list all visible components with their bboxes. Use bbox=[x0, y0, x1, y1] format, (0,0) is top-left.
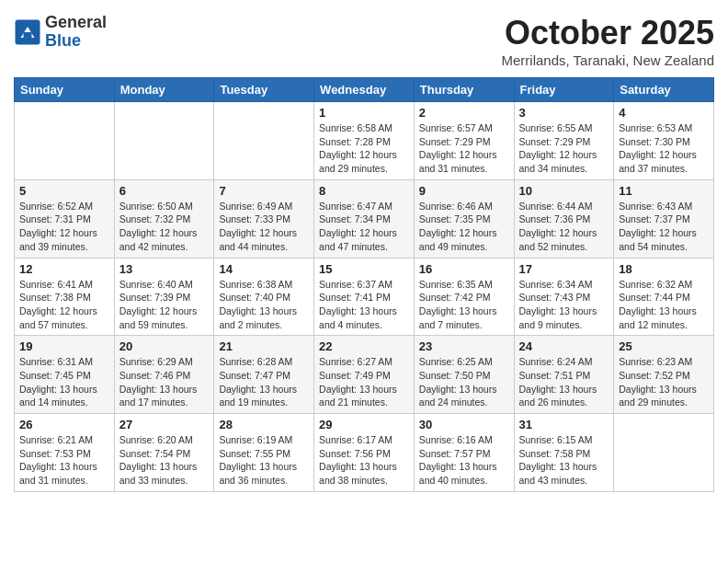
day-info: Sunrise: 6:49 AMSunset: 7:33 PMDaylight:… bbox=[219, 200, 309, 254]
calendar-week-row: 19Sunrise: 6:31 AMSunset: 7:45 PMDayligh… bbox=[15, 336, 714, 414]
day-info: Sunrise: 6:40 AMSunset: 7:39 PMDaylight:… bbox=[119, 278, 210, 332]
day-number: 9 bbox=[419, 184, 509, 198]
day-info: Sunrise: 6:32 AMSunset: 7:44 PMDaylight:… bbox=[619, 278, 709, 332]
day-info: Sunrise: 6:15 AMSunset: 7:58 PMDaylight:… bbox=[519, 433, 609, 488]
calendar-cell: 20Sunrise: 6:29 AMSunset: 7:46 PMDayligh… bbox=[114, 336, 214, 414]
calendar-cell: 8Sunrise: 6:47 AMSunset: 7:34 PMDaylight… bbox=[314, 179, 415, 258]
logo-general: General bbox=[45, 14, 107, 32]
calendar-cell: 1Sunrise: 6:58 AMSunset: 7:28 PMDaylight… bbox=[314, 102, 415, 180]
day-info: Sunrise: 6:20 AMSunset: 7:54 PMDaylight:… bbox=[119, 433, 210, 488]
calendar-cell: 26Sunrise: 6:21 AMSunset: 7:53 PMDayligh… bbox=[15, 414, 115, 492]
day-info: Sunrise: 6:55 AMSunset: 7:29 PMDaylight:… bbox=[519, 121, 609, 176]
day-info: Sunrise: 6:46 AMSunset: 7:35 PMDaylight:… bbox=[419, 200, 509, 254]
calendar-cell: 18Sunrise: 6:32 AMSunset: 7:44 PMDayligh… bbox=[614, 258, 714, 336]
calendar-cell: 12Sunrise: 6:41 AMSunset: 7:38 PMDayligh… bbox=[15, 258, 115, 336]
calendar-cell: 25Sunrise: 6:23 AMSunset: 7:52 PMDayligh… bbox=[614, 336, 714, 414]
header-sunday: Sunday bbox=[15, 78, 115, 102]
logo-icon bbox=[14, 18, 41, 46]
day-info: Sunrise: 6:41 AMSunset: 7:38 PMDaylight:… bbox=[19, 278, 109, 332]
calendar-cell: 5Sunrise: 6:52 AMSunset: 7:31 PMDaylight… bbox=[15, 179, 115, 258]
calendar-cell: 24Sunrise: 6:24 AMSunset: 7:51 PMDayligh… bbox=[514, 336, 614, 414]
day-info: Sunrise: 6:50 AMSunset: 7:32 PMDaylight:… bbox=[119, 200, 210, 254]
calendar-week-row: 12Sunrise: 6:41 AMSunset: 7:38 PMDayligh… bbox=[15, 258, 714, 336]
header-wednesday: Wednesday bbox=[314, 78, 415, 102]
title-block: October 2025 Merrilands, Taranaki, New Z… bbox=[502, 14, 715, 68]
day-number: 18 bbox=[619, 262, 709, 276]
calendar-cell bbox=[614, 414, 714, 492]
day-number: 20 bbox=[119, 339, 210, 353]
calendar-cell: 15Sunrise: 6:37 AMSunset: 7:41 PMDayligh… bbox=[314, 258, 415, 336]
calendar-cell: 10Sunrise: 6:44 AMSunset: 7:36 PMDayligh… bbox=[514, 179, 614, 258]
day-number: 21 bbox=[219, 339, 309, 353]
month-title: October 2025 bbox=[502, 14, 715, 52]
calendar-cell: 7Sunrise: 6:49 AMSunset: 7:33 PMDaylight… bbox=[214, 179, 314, 258]
calendar-table: SundayMondayTuesdayWednesdayThursdayFrid… bbox=[14, 77, 714, 492]
calendar-header-row: SundayMondayTuesdayWednesdayThursdayFrid… bbox=[15, 78, 714, 102]
day-number: 27 bbox=[119, 418, 210, 431]
day-info: Sunrise: 6:28 AMSunset: 7:47 PMDaylight:… bbox=[219, 355, 309, 409]
header-saturday: Saturday bbox=[614, 78, 714, 102]
page-header: General Blue October 2025 Merrilands, Ta… bbox=[14, 14, 714, 68]
day-info: Sunrise: 6:53 AMSunset: 7:30 PMDaylight:… bbox=[619, 121, 709, 176]
calendar-cell: 6Sunrise: 6:50 AMSunset: 7:32 PMDaylight… bbox=[114, 179, 214, 258]
day-info: Sunrise: 6:38 AMSunset: 7:40 PMDaylight:… bbox=[219, 278, 309, 332]
day-info: Sunrise: 6:25 AMSunset: 7:50 PMDaylight:… bbox=[419, 355, 509, 409]
day-number: 14 bbox=[219, 262, 309, 276]
day-info: Sunrise: 6:27 AMSunset: 7:49 PMDaylight:… bbox=[319, 355, 409, 409]
day-number: 24 bbox=[519, 339, 609, 353]
day-number: 25 bbox=[619, 339, 709, 353]
day-info: Sunrise: 6:57 AMSunset: 7:29 PMDaylight:… bbox=[419, 121, 509, 176]
day-info: Sunrise: 6:24 AMSunset: 7:51 PMDaylight:… bbox=[519, 355, 609, 409]
calendar-cell: 13Sunrise: 6:40 AMSunset: 7:39 PMDayligh… bbox=[114, 258, 214, 336]
calendar-cell: 14Sunrise: 6:38 AMSunset: 7:40 PMDayligh… bbox=[214, 258, 314, 336]
day-info: Sunrise: 6:43 AMSunset: 7:37 PMDaylight:… bbox=[619, 200, 709, 254]
day-info: Sunrise: 6:29 AMSunset: 7:46 PMDaylight:… bbox=[119, 355, 210, 409]
calendar-cell: 9Sunrise: 6:46 AMSunset: 7:35 PMDaylight… bbox=[414, 179, 514, 258]
header-thursday: Thursday bbox=[414, 78, 514, 102]
svg-rect-2 bbox=[24, 32, 32, 38]
day-info: Sunrise: 6:47 AMSunset: 7:34 PMDaylight:… bbox=[319, 200, 409, 254]
day-number: 15 bbox=[319, 262, 409, 276]
header-monday: Monday bbox=[114, 78, 214, 102]
day-number: 16 bbox=[419, 262, 509, 276]
calendar-cell: 17Sunrise: 6:34 AMSunset: 7:43 PMDayligh… bbox=[514, 258, 614, 336]
day-info: Sunrise: 6:44 AMSunset: 7:36 PMDaylight:… bbox=[519, 200, 609, 254]
header-friday: Friday bbox=[514, 78, 614, 102]
day-number: 12 bbox=[19, 262, 109, 276]
location: Merrilands, Taranaki, New Zealand bbox=[502, 52, 715, 68]
day-info: Sunrise: 6:31 AMSunset: 7:45 PMDaylight:… bbox=[19, 355, 109, 409]
day-number: 6 bbox=[119, 184, 210, 198]
calendar-cell: 19Sunrise: 6:31 AMSunset: 7:45 PMDayligh… bbox=[15, 336, 115, 414]
calendar-cell: 3Sunrise: 6:55 AMSunset: 7:29 PMDaylight… bbox=[514, 102, 614, 180]
day-info: Sunrise: 6:23 AMSunset: 7:52 PMDaylight:… bbox=[619, 355, 709, 409]
logo: General Blue bbox=[14, 14, 107, 51]
day-info: Sunrise: 6:34 AMSunset: 7:43 PMDaylight:… bbox=[519, 278, 609, 332]
day-info: Sunrise: 6:37 AMSunset: 7:41 PMDaylight:… bbox=[319, 278, 409, 332]
day-number: 10 bbox=[519, 184, 609, 198]
header-tuesday: Tuesday bbox=[214, 78, 314, 102]
logo-text: General Blue bbox=[45, 14, 107, 51]
day-info: Sunrise: 6:21 AMSunset: 7:53 PMDaylight:… bbox=[19, 433, 109, 488]
calendar-cell: 11Sunrise: 6:43 AMSunset: 7:37 PMDayligh… bbox=[614, 179, 714, 258]
day-number: 19 bbox=[19, 339, 109, 353]
calendar-cell: 23Sunrise: 6:25 AMSunset: 7:50 PMDayligh… bbox=[414, 336, 514, 414]
day-number: 30 bbox=[419, 418, 509, 431]
calendar-cell: 2Sunrise: 6:57 AMSunset: 7:29 PMDaylight… bbox=[414, 102, 514, 180]
day-number: 17 bbox=[519, 262, 609, 276]
calendar-cell bbox=[214, 102, 314, 180]
day-number: 5 bbox=[19, 184, 109, 198]
day-number: 29 bbox=[319, 418, 409, 431]
day-number: 7 bbox=[219, 184, 309, 198]
calendar-cell: 22Sunrise: 6:27 AMSunset: 7:49 PMDayligh… bbox=[314, 336, 415, 414]
day-number: 11 bbox=[619, 184, 709, 198]
day-number: 4 bbox=[619, 106, 709, 120]
calendar-cell bbox=[114, 102, 214, 180]
calendar-cell: 31Sunrise: 6:15 AMSunset: 7:58 PMDayligh… bbox=[514, 414, 614, 492]
day-number: 28 bbox=[219, 418, 309, 431]
calendar-cell: 29Sunrise: 6:17 AMSunset: 7:56 PMDayligh… bbox=[314, 414, 415, 492]
day-info: Sunrise: 6:58 AMSunset: 7:28 PMDaylight:… bbox=[319, 121, 409, 176]
calendar-cell: 4Sunrise: 6:53 AMSunset: 7:30 PMDaylight… bbox=[614, 102, 714, 180]
day-info: Sunrise: 6:35 AMSunset: 7:42 PMDaylight:… bbox=[419, 278, 509, 332]
day-number: 3 bbox=[519, 106, 609, 120]
calendar-cell: 30Sunrise: 6:16 AMSunset: 7:57 PMDayligh… bbox=[414, 414, 514, 492]
